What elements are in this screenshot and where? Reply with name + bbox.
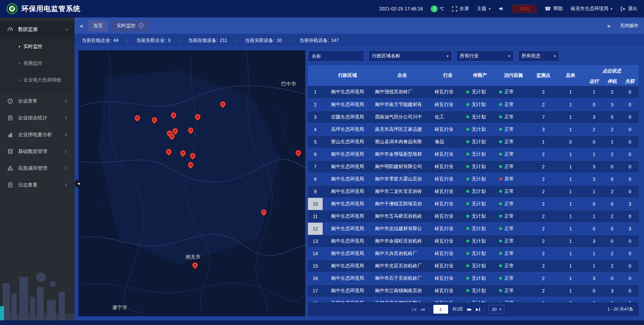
map-pin-icon[interactable] — [172, 128, 178, 134]
row-region: 阆中生态环境局 — [323, 86, 372, 98]
map-pin-icon[interactable] — [152, 117, 158, 123]
table-row[interactable]: 8阆中生态环境局阆中市枣碧大梁山页岩砖瓦行业无计划异常21300 — [308, 173, 639, 185]
row-facility-status: 正常 — [496, 272, 531, 284]
map-pin-icon[interactable] — [166, 149, 172, 155]
table-row[interactable]: 11阆中生态环境局阆中市五马桥页岩机砖砖瓦行业无计划正常21120 — [308, 210, 639, 222]
map-pin-icon[interactable] — [171, 112, 177, 118]
col-index — [308, 65, 323, 86]
page-number-input[interactable] — [433, 305, 448, 314]
page-size-select[interactable]: 20 ▾ — [488, 305, 504, 314]
col-monitor: 监测点 — [531, 65, 556, 86]
table-row[interactable]: 18南部生态环境局南部县双佳建材有限公砖瓦行业无计划正常20600 — [308, 297, 639, 302]
map-pin-icon[interactable] — [135, 115, 141, 121]
sidebar: 数据监测实时监控视频监控企业电力负荷明细企业异常企业综合统计企业用电量分析基础数… — [0, 17, 74, 320]
theme-dropdown[interactable]: 主题 ▾ — [477, 6, 491, 12]
map-canvas[interactable]: 巴中市南充市遂宁市 — [78, 50, 305, 316]
table-row[interactable]: 17阆中生态环境局阆中市江南镇阆南页岩砖瓦行业无计划正常21030 — [308, 284, 639, 297]
sidebar-group[interactable]: 企业用电量分析 — [0, 126, 74, 143]
sidebar-item[interactable]: 视频监控 — [0, 55, 74, 72]
table-row[interactable]: 14阆中生态环境局阆中大兴页岩机砖厂砖瓦行业无计划正常21120 — [308, 247, 639, 260]
row-stopped-count: 0 — [603, 173, 621, 185]
pagination-prev-button[interactable]: ◀◀ — [420, 308, 425, 311]
row-stopped-count: 0 — [603, 272, 621, 284]
map-pin-icon[interactable] — [261, 209, 267, 215]
sidebar-group[interactable]: 企业综合统计 — [0, 109, 74, 126]
org-dropdown[interactable]: 南充市生态环境局 ▾ — [571, 6, 612, 12]
close-icon[interactable]: × — [139, 23, 144, 28]
pagination-first-button[interactable]: ◀ — [412, 308, 416, 311]
industry-filter-select[interactable]: 所有行业 ▾ — [456, 50, 514, 62]
name-filter-input[interactable] — [308, 50, 364, 62]
map-collapse-toggle[interactable]: ◀ — [75, 180, 82, 187]
pagination-next-button[interactable]: ▶▶ — [467, 308, 472, 311]
table-row[interactable]: 13阆中生态环境局阆中市金福旺页岩机砖砖瓦行业无计划正常21300 — [308, 235, 639, 247]
row-industry: 砖瓦行业 — [432, 272, 464, 284]
pagination-range-label: 1 - 20 共47条 — [607, 306, 633, 312]
sidebar-group[interactable]: 基础数据管理 — [0, 143, 74, 160]
map-pin-icon[interactable] — [188, 162, 194, 168]
row-meter-count: 1 — [556, 173, 585, 185]
table-row[interactable]: 5营山生态环境局营山县润丰肉食品有限食品无计划正常10010 — [308, 136, 639, 148]
table-row[interactable]: 9阆中生态环境局阆中市二龙长宝页岩砖砖瓦行业无计划正常21120 — [308, 185, 639, 198]
table-row[interactable]: 16阆中生态环境局阆中市石子页岩机砖厂砖瓦行业无计划正常21300 — [308, 272, 639, 284]
status-dot-icon — [499, 91, 502, 94]
row-industry: 化工 — [432, 111, 464, 123]
map-pin-icon[interactable] — [296, 150, 302, 156]
alert-count-badge[interactable]: 2632 — [512, 5, 537, 13]
sidebar-group[interactable]: 日志查看 — [0, 176, 74, 193]
row-monitor-count: 2 — [531, 198, 556, 210]
table-row[interactable]: 4高坪生态环境局南充市高坪区王家店建砖瓦行业无计划正常31220 — [308, 123, 639, 136]
table-row[interactable]: 1阆中生态环境局阆中强锐页岩砖厂砖瓦行业无计划正常21120 — [308, 86, 639, 98]
sidebar-group-label: 基础数据管理 — [18, 148, 47, 155]
row-region: 营山生态环境局 — [323, 136, 372, 148]
row-industry: 砖瓦行业 — [432, 86, 464, 98]
sidebar-group[interactable]: 数据监测 — [0, 21, 74, 38]
region-filter-select[interactable]: 行政区域名称 ▾ — [368, 50, 452, 62]
table-row[interactable]: 15阆中生态环境局阆中市光富页岩机砖厂砖瓦行业无计划正常21120 — [308, 260, 639, 272]
row-stopped-count: 2 — [603, 123, 621, 136]
tabs-scroll-right-icon[interactable]: » — [607, 23, 610, 29]
table-row[interactable]: 7阆中生态环境局阆中明阳建材有限公司砖瓦行业无计划正常21300 — [308, 160, 639, 173]
fullscreen-button[interactable]: 全屏 — [452, 6, 469, 12]
sidebar-group[interactable]: 应急减排管理 — [0, 160, 74, 176]
map-pin-icon[interactable] — [190, 153, 196, 159]
row-index: 3 — [308, 111, 323, 123]
map-pin-icon[interactable] — [169, 133, 175, 140]
row-running-count: 1 — [585, 260, 603, 272]
announcement-button[interactable] — [499, 6, 504, 11]
tab[interactable]: 首页 — [88, 20, 108, 32]
row-company: 阆中市江南镇阆南页岩 — [372, 284, 432, 297]
fullscreen-icon — [452, 6, 457, 11]
table-row[interactable]: 6阆中生态环境局阆中市金博瑞新型墙材砖瓦行业无计划正常21120 — [308, 148, 639, 160]
map-pin-icon[interactable] — [188, 127, 194, 133]
sidebar-item[interactable]: 企业电力负荷明细 — [0, 72, 74, 89]
sidebar-item[interactable]: 实时监控 — [0, 38, 74, 55]
sidebar-group-label: 企业用电量分析 — [18, 131, 52, 138]
tabs-scroll-left-icon[interactable]: « — [80, 23, 83, 29]
col-offline: 失联 — [621, 77, 639, 86]
row-stopped-count: 2 — [603, 148, 621, 160]
table-row[interactable]: 3仪陇生态环境局西南油气田分公司川中化工无计划正常71350 — [308, 111, 639, 123]
row-offline-count: 3 — [621, 222, 639, 235]
chevron-left-icon — [65, 183, 68, 186]
map-pin-icon[interactable] — [220, 101, 226, 107]
help-button[interactable]: ☎ 帮助 — [545, 6, 563, 12]
row-offline-count: 0 — [621, 173, 639, 185]
table-row[interactable]: 12阆中生态环境局阆中市忠信建材有限公砖瓦行业无计划正常21003 — [308, 222, 639, 235]
sidebar-group[interactable]: 企业异常 — [0, 93, 74, 109]
logout-button[interactable]: 退出 — [621, 6, 637, 12]
map-pin-icon[interactable] — [180, 150, 186, 156]
table-row[interactable]: 2阆中生态环境局阆中市南方节能建材有砖瓦行业无计划正常21030 — [308, 98, 639, 111]
status-dot-icon — [499, 215, 502, 218]
status-filter-select[interactable]: 所有状态 ▾ — [518, 50, 559, 62]
row-region: 阆中生态环境局 — [323, 222, 372, 235]
tab[interactable]: 实时监控× — [111, 20, 149, 32]
row-region: 阆中生态环境局 — [323, 98, 372, 111]
map-panel[interactable]: 巴中市南充市遂宁市 ◀ — [78, 50, 305, 316]
map-pin-icon[interactable] — [195, 114, 201, 120]
pagination-last-button[interactable]: ▶ — [476, 308, 480, 311]
row-monitor-count: 1 — [531, 136, 556, 148]
map-pin-icon[interactable] — [192, 262, 198, 268]
close-operations-button[interactable]: 关闭操作 — [620, 23, 639, 29]
table-row[interactable]: 10阆中生态环境局阆中千佛镇五郎垭页岩砖瓦行业无计划正常21003 — [308, 198, 639, 210]
